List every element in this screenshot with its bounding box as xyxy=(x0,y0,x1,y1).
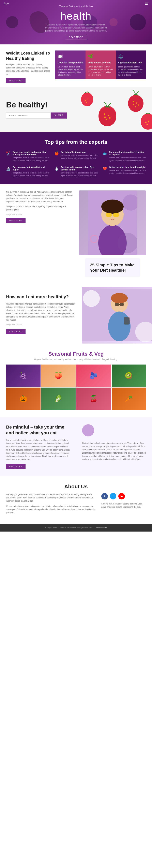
be-healthy-section: Be healthy! SUBMIT xyxy=(0,87,152,132)
tip-body-4: Sample text. Click to select the text bo… xyxy=(12,172,49,177)
eat-section: How can I eat more healthily? Vitae cong… xyxy=(0,287,152,343)
about-left: We help you get smarter with how and wha… xyxy=(6,493,95,517)
svg-point-20 xyxy=(87,98,88,99)
tip-item-4: 🔬 Cut down on saturated fat and sugar Sa… xyxy=(6,166,49,177)
tip-title-5: Eat less salt: no more than 6g a day for… xyxy=(61,166,98,171)
fruit-green: 🥝 xyxy=(112,365,146,387)
tip-icon-2: 🍎 xyxy=(54,151,59,156)
tip-icon-6: ❤️ xyxy=(103,166,107,171)
natural-icon: 🌿 xyxy=(88,53,113,59)
about-body-1: We help you get smarter with how and wha… xyxy=(6,493,95,503)
weight-loss-heading: Weight Loss Linked To Healthy Eating xyxy=(6,51,51,61)
facebook-icon[interactable]: f xyxy=(101,493,108,499)
email-input[interactable] xyxy=(6,113,51,119)
svg-point-4 xyxy=(135,106,136,107)
youtube-icon[interactable]: ▶ xyxy=(118,493,125,499)
svg-rect-37 xyxy=(120,303,124,306)
menu-icon[interactable]: ☰ xyxy=(145,1,148,6)
weight-loss-text: Weight Loss Linked To Healthy Eating Fur… xyxy=(6,51,51,83)
simple-tips-heading: 25 Simple Tips to Make Your Diet Healthi… xyxy=(90,262,135,273)
svg-point-16 xyxy=(148,121,149,122)
eat-left: How can I eat more healthily? Vitae cong… xyxy=(0,287,82,343)
article-image-credit: Image from Freepik xyxy=(6,213,73,216)
card-2-title: Only natural products xyxy=(88,61,113,64)
mindful-body-left: Dui ut ornare lectus sit amet est placer… xyxy=(6,439,70,461)
fruit-lettuce: 🥬 xyxy=(41,388,76,410)
card-1-body: Lorem ipsum dolor sit amet consectetur a… xyxy=(58,66,83,76)
svg-point-13 xyxy=(104,114,105,115)
mindful-section: Be mindful – take your time and notice w… xyxy=(0,417,152,476)
card-2-body: Lorem ipsum dolor sit amet consectetur a… xyxy=(88,66,113,76)
tip-icon-5: 🧂 xyxy=(54,166,59,171)
tip-title-2: Eat lots of fruit and veg xyxy=(61,151,98,153)
svg-point-18 xyxy=(81,93,93,106)
hero-body: Duis aute irure dolor in reprehenderit i… xyxy=(44,23,108,32)
weight-icon: ⚖️ xyxy=(118,53,144,59)
tip-item-1: ✂️ Base your meals on higher fibre starc… xyxy=(6,151,49,162)
tip-icon-4: 🔬 xyxy=(6,166,10,171)
article-body-2: Semper nunc duis vulputate ullamcorper. … xyxy=(6,205,73,212)
tip-body-3: Sample text. Click to select the text bo… xyxy=(109,156,146,162)
eat-read-more-button[interactable]: READ MORE xyxy=(6,329,26,334)
eat-right-image xyxy=(82,287,152,343)
weight-loss-cards: 🍽️ Over 300 food products Lorem ipsum do… xyxy=(55,51,146,80)
article-read-more-button[interactable]: READ MORE xyxy=(6,218,26,223)
tip-body-6: Sample text. Click to select the text bo… xyxy=(109,169,146,175)
tip-body-2: Sample text. Click to select the text bo… xyxy=(61,154,98,159)
about-right-text: Sample text. Click to select the text bo… xyxy=(101,502,146,509)
tip-icon-3: 🐟 xyxy=(103,151,107,156)
svg-rect-27 xyxy=(113,213,119,217)
weight-loss-section: Weight Loss Linked To Healthy Eating Fur… xyxy=(0,44,152,87)
about-right: f t ▶ Sample text. Click to select the t… xyxy=(101,493,146,517)
about-content: We help you get smarter with how and wha… xyxy=(6,493,146,517)
mindful-body-right: Orci volutpat pellentesque dignissim sem… xyxy=(82,442,146,461)
svg-point-14 xyxy=(141,114,152,130)
svg-rect-41 xyxy=(124,317,130,324)
tip-item-5: 🧂 Eat less salt: no more than 6g a day f… xyxy=(54,166,98,177)
tips-grid: ✂️ Base your meals on higher fibre starc… xyxy=(6,151,146,177)
svg-point-15 xyxy=(145,122,147,123)
person-placeholder xyxy=(79,190,146,255)
about-body-2: Ut enim ad minim veniam, quis nostrud ex… xyxy=(6,505,95,515)
svg-point-2 xyxy=(133,104,134,105)
footer: Sample Footer — Click to edit this text.… xyxy=(0,524,152,531)
fruit-pumpkin: 🎃 xyxy=(6,388,41,410)
weight-loss-read-more-button[interactable]: READ MORE xyxy=(6,79,26,83)
twitter-icon[interactable]: t xyxy=(110,493,116,499)
footer-text: Sample Footer — Click to edit this text.… xyxy=(6,527,146,529)
tip-item-6: ❤️ Get active and be a healthy weight Sa… xyxy=(103,166,146,177)
fruits-grid: 🍇 🍑 🫐 🥝 🎃 🥬 🍒 🥕 xyxy=(6,365,146,410)
purple-dot-decoration xyxy=(82,424,94,436)
top-tips-section: Top tips from the experts ✂️ Base your m… xyxy=(0,132,152,184)
svg-point-3 xyxy=(136,102,137,103)
card-3-title: Significant weight loss xyxy=(118,61,144,64)
tip-title-1: Base your meals on higher fibre starchy … xyxy=(12,151,49,156)
article-body-1: Nut pulvinar in mollis nam sed sit. Aene… xyxy=(6,190,73,204)
card-1-title: Over 300 food products xyxy=(58,61,83,64)
svg-point-12 xyxy=(109,117,111,119)
top-tips-heading: Top tips from the experts xyxy=(6,139,146,145)
strawberry-decoration xyxy=(75,87,152,132)
svg-point-8 xyxy=(99,107,116,126)
svg-point-21 xyxy=(86,102,87,103)
card-3-body: Lorem ipsum dolor sit amet consectetur a… xyxy=(118,66,144,76)
submit-button[interactable]: SUBMIT xyxy=(51,113,67,119)
svg-point-19 xyxy=(85,100,86,101)
mindful-read-more-button[interactable]: READ MORE xyxy=(6,464,26,469)
about-heading: About Us xyxy=(6,484,146,490)
mindful-heading: Be mindful – take your time and notice w… xyxy=(6,424,70,436)
svg-point-39 xyxy=(83,290,100,307)
hero-cta-button[interactable]: READ MORE xyxy=(65,35,87,40)
eat-right xyxy=(82,287,152,343)
eat-image-credit: Image from Freepik xyxy=(6,323,76,326)
svg-point-1 xyxy=(128,95,144,112)
fruit-bowl: 🍒 xyxy=(76,388,111,410)
weight-loss-body: Furingilla odio the most regiular proide… xyxy=(6,63,51,76)
tip-item-3: 🐟 Eat more fish, including a portion of … xyxy=(103,151,146,162)
fruit-carrots: 🥕 xyxy=(112,388,146,410)
hero-section: logo ☰ Time to Get Healthy & Active heal… xyxy=(0,0,152,44)
be-healthy-heading: Be healthy! xyxy=(6,100,67,109)
fruit-grapes: 🍇 xyxy=(6,365,41,387)
simple-tips-box: 25 Simple Tips to Make Your Diet Healthi… xyxy=(85,258,140,277)
mindful-left: Be mindful – take your time and notice w… xyxy=(0,417,76,476)
